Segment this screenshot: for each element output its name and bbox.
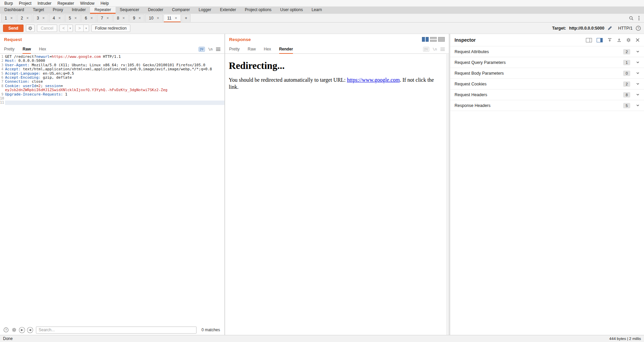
layout-columns-icon[interactable] xyxy=(422,37,429,42)
repeater-tab-bar-actions xyxy=(626,14,643,22)
layout-single-icon[interactable] xyxy=(438,37,445,42)
previous-request-dropdown-icon[interactable]: ▾ xyxy=(68,25,73,32)
search-previous-icon[interactable] xyxy=(19,327,25,333)
repeater-tab-5[interactable]: 5× xyxy=(65,14,81,22)
main-tab-extender[interactable]: Extender xyxy=(216,7,241,14)
search-input[interactable] xyxy=(36,327,197,334)
main-tab-sequencer[interactable]: Sequencer xyxy=(116,7,144,14)
inspector-section-request-cookies[interactable]: Request Cookies2 xyxy=(450,79,644,89)
edit-target-pencil-icon[interactable] xyxy=(607,26,612,31)
search-icon[interactable] xyxy=(629,16,634,21)
repeater-tab-4[interactable]: 4× xyxy=(49,14,65,22)
main-tab-intruder[interactable]: Intruder xyxy=(68,7,90,14)
search-settings-gear-icon[interactable] xyxy=(11,327,17,333)
repeater-tab-9[interactable]: 9× xyxy=(129,14,145,22)
request-tab-raw[interactable]: Raw xyxy=(23,45,31,54)
response-scrollbar[interactable] xyxy=(446,54,449,335)
line-number: 5 xyxy=(0,72,5,76)
inspector-section-request-headers[interactable]: Request Headers8 xyxy=(450,89,644,100)
inspector-section-response-headers[interactable]: Response Headers5 xyxy=(450,100,644,111)
main-tab-decoder[interactable]: Decoder xyxy=(144,7,168,14)
repeater-tab-3[interactable]: 3× xyxy=(33,14,48,22)
close-tab-icon[interactable]: × xyxy=(90,16,93,21)
inspector-section-request-query-parameters[interactable]: Request Query Parameters1 xyxy=(450,57,644,68)
inspector-section-request-body-parameters[interactable]: Request Body Parameters0 xyxy=(450,68,644,79)
follow-redirection-button[interactable]: Follow redirection xyxy=(91,25,130,32)
next-request-button[interactable]: > xyxy=(75,25,84,32)
menu-item-repeater[interactable]: Repeater xyxy=(54,0,77,6)
word-wrap-icon[interactable] xyxy=(199,47,205,52)
response-tab-raw[interactable]: Raw xyxy=(248,45,256,54)
request-tab-pretty[interactable]: Pretty xyxy=(4,45,14,54)
response-tab-pretty[interactable]: Pretty xyxy=(229,45,240,54)
expand-all-icon[interactable] xyxy=(617,38,621,42)
request-editor[interactable]: 1GET /redirect?newurl=https://www.google… xyxy=(0,54,224,325)
main-tab-dashboard[interactable]: Dashboard xyxy=(0,7,29,14)
close-tab-icon[interactable]: × xyxy=(58,16,61,21)
main-tab-target[interactable]: Target xyxy=(29,7,48,14)
send-button[interactable]: Send xyxy=(3,25,24,32)
line-number: 9 xyxy=(0,92,5,97)
repeater-tab-7[interactable]: 7× xyxy=(97,14,113,22)
repeater-tab-8[interactable]: 8× xyxy=(113,14,129,22)
help-icon[interactable]: ? xyxy=(636,26,641,31)
close-tab-icon[interactable]: × xyxy=(75,16,77,21)
close-tab-icon[interactable]: × xyxy=(138,16,141,21)
code-segment: Upgrade-Insecure-Requests: xyxy=(5,92,63,97)
close-tab-icon[interactable]: × xyxy=(157,16,159,21)
search-next-icon[interactable] xyxy=(27,327,33,333)
main-tab-proxy[interactable]: Proxy xyxy=(48,7,68,14)
repeater-tab-bar: 1×2×3×4×5×6×7×8×9×10×11×+ xyxy=(0,14,644,23)
close-inspector-icon[interactable] xyxy=(636,38,640,42)
search-help-icon[interactable]: ? xyxy=(3,327,9,333)
show-nonprintable-icon[interactable]: \n xyxy=(208,47,213,51)
main-tab-project-options[interactable]: Project options xyxy=(241,7,276,14)
new-tab-button[interactable]: + xyxy=(181,14,190,22)
dock-right-icon[interactable] xyxy=(597,38,603,42)
main-tab-logger[interactable]: Logger xyxy=(194,7,215,14)
layout-rows-icon[interactable] xyxy=(430,37,437,42)
main-tab-user-options[interactable]: User options xyxy=(276,7,307,14)
dock-left-icon[interactable] xyxy=(586,38,592,42)
collapse-all-icon[interactable] xyxy=(607,38,612,42)
cancel-button[interactable]: Cancel xyxy=(37,25,57,32)
menu-item-help[interactable]: Help xyxy=(97,0,112,6)
redirect-target-link[interactable]: https://www.google.com xyxy=(347,77,400,83)
response-editor-icons: \n xyxy=(423,45,445,53)
menu-item-burp[interactable]: Burp xyxy=(1,0,16,6)
code-segment: Accept: xyxy=(5,67,20,71)
menu-item-window[interactable]: Window xyxy=(77,0,97,6)
main-content: Request PrettyRawHex \n 1GET /redirect?n… xyxy=(0,34,644,335)
request-tab-strip: PrettyRawHex \n xyxy=(0,45,224,54)
response-tab-render[interactable]: Render xyxy=(279,45,293,54)
main-tab-learn[interactable]: Learn xyxy=(307,7,326,14)
repeater-tab-10[interactable]: 10× xyxy=(145,14,163,22)
repeater-tab-1[interactable]: 1× xyxy=(1,14,16,22)
close-tab-icon[interactable]: × xyxy=(26,16,29,21)
inspector-section-request-attributes[interactable]: Request Attributes2 xyxy=(450,46,644,57)
main-tab-comparer[interactable]: Comparer xyxy=(168,7,194,14)
inspector-section-label: Request Body Parameters xyxy=(455,71,623,76)
more-options-icon[interactable] xyxy=(638,16,640,21)
close-tab-icon[interactable]: × xyxy=(106,16,109,21)
show-nonprintable-icon[interactable]: \n xyxy=(433,47,437,51)
close-tab-icon[interactable]: × xyxy=(123,16,125,21)
repeater-tab-6[interactable]: 6× xyxy=(81,14,97,22)
menu-item-project[interactable]: Project xyxy=(16,0,34,6)
close-tab-icon[interactable]: × xyxy=(175,16,177,21)
word-wrap-icon[interactable] xyxy=(423,47,429,52)
editor-menu-icon[interactable] xyxy=(216,47,220,51)
next-request-dropdown-icon[interactable]: ▾ xyxy=(84,25,89,32)
repeater-tab-2[interactable]: 2× xyxy=(17,14,33,22)
previous-request-button[interactable]: < xyxy=(59,25,68,32)
response-tab-hex[interactable]: Hex xyxy=(264,45,271,54)
repeater-tab-11[interactable]: 11× xyxy=(164,14,181,22)
close-tab-icon[interactable]: × xyxy=(42,16,45,21)
close-tab-icon[interactable]: × xyxy=(10,16,13,21)
send-settings-gear-icon[interactable] xyxy=(26,25,35,32)
main-tab-repeater[interactable]: Repeater xyxy=(90,7,115,14)
menu-item-intruder[interactable]: Intruder xyxy=(35,0,54,6)
request-tab-hex[interactable]: Hex xyxy=(39,45,46,54)
inspector-settings-gear-icon[interactable] xyxy=(626,38,631,42)
editor-menu-icon[interactable] xyxy=(440,47,445,51)
